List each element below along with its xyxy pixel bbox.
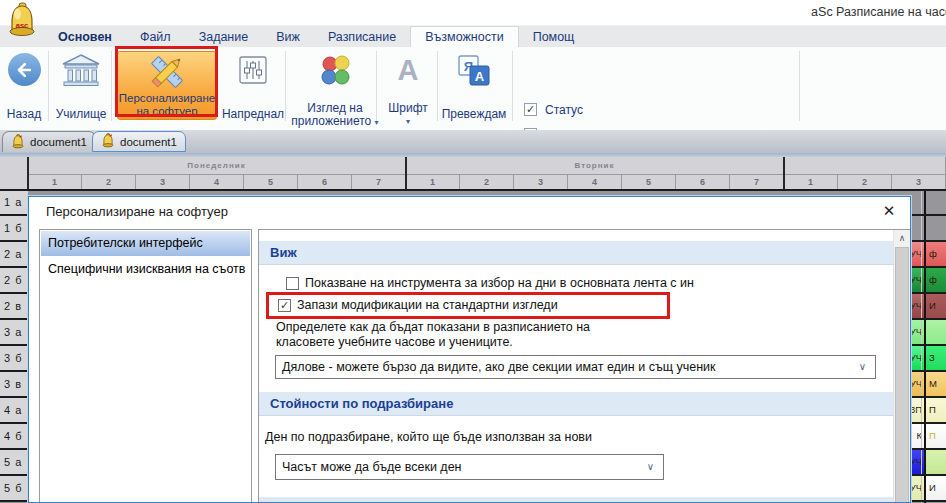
menu-item[interactable]: Файл bbox=[126, 26, 185, 47]
lesson-cell[interactable] bbox=[925, 320, 946, 344]
section-header-partial bbox=[259, 497, 894, 503]
section-header-defaults: Стойности по подразбиране bbox=[259, 392, 894, 416]
lesson-cell[interactable]: И bbox=[925, 476, 946, 500]
translate-button[interactable]: Я A Превеждам bbox=[441, 51, 507, 123]
default-day-label: Ден по подразбиране, който ще бъде изпол… bbox=[265, 430, 592, 444]
class-row-label: 3 б bbox=[0, 346, 28, 372]
dialog-nav-item[interactable]: Специфични изисквания на съотв bbox=[41, 257, 250, 282]
day-divider bbox=[405, 157, 407, 190]
app-window: aSc Разписание на часо asc ОсновенФайлЗа… bbox=[0, 0, 946, 503]
checkbox-keep-view-modifications[interactable]: ✓ Запази модификации на стандартни изгле… bbox=[278, 297, 558, 313]
day-header: Понеделник bbox=[28, 157, 406, 175]
school-icon bbox=[52, 53, 110, 87]
dialog-title: Персонализиране на софтуер bbox=[46, 204, 228, 219]
menu-item[interactable]: Помощ bbox=[519, 26, 589, 47]
tab-label: document1 bbox=[120, 136, 177, 148]
window-title: aSc Разписание на часо bbox=[811, 5, 946, 19]
class-row-label: 4 а bbox=[0, 398, 28, 424]
day-header bbox=[784, 157, 946, 175]
font-A-icon: A bbox=[381, 53, 435, 87]
lesson-cell[interactable]: М bbox=[925, 372, 946, 396]
asc-bell-logo-icon: asc bbox=[5, 2, 39, 38]
ribbon-checkbox[interactable]: ✓Статус bbox=[524, 97, 808, 122]
lesson-cell[interactable] bbox=[925, 450, 946, 474]
dropdown-arrow-icon: ▾ bbox=[371, 115, 445, 128]
dialog-category-list: Потребителски интерфейсСпецифични изискв… bbox=[39, 229, 252, 503]
column-grid-line bbox=[924, 190, 926, 503]
asc-bell-icon bbox=[11, 134, 30, 151]
menu-item[interactable]: Основен bbox=[44, 26, 126, 47]
checkbox-label: Статус bbox=[545, 103, 583, 117]
checkbox-show-day-picker[interactable]: Показване на инструмента за избор на дни… bbox=[286, 275, 694, 291]
back-icon bbox=[1, 53, 47, 86]
dialog-content-panel: Виж Показване на инструмента за избор на… bbox=[258, 229, 911, 503]
class-row-label: 4 б bbox=[0, 424, 28, 450]
document-tab[interactable]: document1 bbox=[92, 131, 186, 152]
class-row-label: 2 б bbox=[0, 268, 28, 294]
sections-display-dropdown[interactable]: Дялове - можете бързо да видите, ако две… bbox=[275, 355, 876, 379]
lesson-cell[interactable]: ф bbox=[925, 242, 946, 266]
ribbon: Назад Училище bbox=[0, 47, 946, 131]
day-divider bbox=[27, 157, 29, 190]
color-circles-icon bbox=[288, 53, 382, 87]
scrollbar-thumb[interactable] bbox=[895, 247, 909, 503]
checkbox-box[interactable] bbox=[286, 277, 299, 290]
row-grid-line bbox=[0, 189, 946, 191]
document-tab[interactable]: document1 bbox=[2, 131, 96, 152]
lesson-cell[interactable]: ф bbox=[925, 268, 946, 292]
description-text: Определете как да бъдат показани в разпи… bbox=[276, 320, 590, 350]
translate-icon: Я A bbox=[441, 53, 507, 89]
class-row-label: 3 в bbox=[0, 372, 28, 398]
customize-icon bbox=[118, 53, 216, 93]
menu-item[interactable]: Задание bbox=[185, 26, 263, 47]
checkbox-box[interactable]: ✓ bbox=[278, 299, 291, 312]
dialog-nav-item[interactable]: Потребителски интерфейс bbox=[41, 231, 250, 256]
chevron-down-icon: ∨ bbox=[859, 356, 866, 378]
class-row-label: 1 б bbox=[0, 216, 28, 242]
scroll-up-icon[interactable]: ∧ bbox=[894, 230, 910, 247]
lesson-cell[interactable]: И bbox=[925, 294, 946, 318]
dialog-scrollbar[interactable]: ∧ bbox=[893, 230, 910, 503]
class-row-label: 2 а bbox=[0, 242, 28, 268]
class-row-label: 5 б bbox=[0, 476, 28, 502]
advanced-button[interactable]: Напреднал bbox=[220, 51, 286, 123]
asc-bell-icon bbox=[101, 133, 120, 150]
app-appearance-button[interactable]: Изглед на приложението ▾ bbox=[288, 51, 382, 123]
menu-item[interactable]: Разписание bbox=[314, 26, 410, 47]
menu-item[interactable]: Виж bbox=[262, 26, 314, 47]
class-row-label: 2 в bbox=[0, 294, 28, 320]
day-header: Вторник bbox=[406, 157, 784, 175]
svg-text:A: A bbox=[475, 69, 485, 84]
title-bar: aSc Разписание на часо bbox=[0, 0, 946, 25]
advanced-sliders-icon bbox=[220, 53, 286, 87]
close-icon[interactable]: ✕ bbox=[872, 198, 906, 224]
customize-software-button[interactable]: Персонализиране на софтуер bbox=[117, 51, 217, 120]
chevron-down-icon: ∨ bbox=[647, 455, 654, 479]
tab-label: document1 bbox=[30, 136, 87, 148]
lesson-cell[interactable]: П bbox=[925, 398, 946, 422]
header-stub bbox=[0, 157, 28, 190]
day-divider bbox=[783, 157, 785, 190]
class-row-label: 3 а bbox=[0, 320, 28, 346]
document-tab-bar: document1document1 bbox=[0, 130, 946, 153]
lesson-cell[interactable]: З bbox=[925, 346, 946, 370]
menu-bar: ОсновенФайлЗаданиеВижРазписаниеВъзможнос… bbox=[0, 25, 946, 47]
font-button[interactable]: A Шрифт ▾ bbox=[381, 51, 435, 123]
class-row-label: 1 а bbox=[0, 190, 28, 216]
customize-software-dialog: Персонализиране на софтуер ✕ Потребителс… bbox=[28, 196, 911, 503]
lesson-cell[interactable]: П bbox=[925, 424, 946, 448]
default-day-dropdown[interactable]: Часът може да бъде всеки ден ∨ bbox=[275, 454, 664, 480]
school-button[interactable]: Училище bbox=[52, 51, 110, 123]
back-button[interactable]: Назад bbox=[1, 51, 47, 123]
checkbox-box[interactable]: ✓ bbox=[524, 103, 537, 116]
svg-text:asc: asc bbox=[16, 21, 29, 30]
class-row-label: 5 а bbox=[0, 450, 28, 476]
column-grid-line bbox=[921, 190, 922, 503]
section-header-view: Виж bbox=[259, 241, 894, 265]
menu-item[interactable]: Възможности bbox=[410, 26, 518, 47]
